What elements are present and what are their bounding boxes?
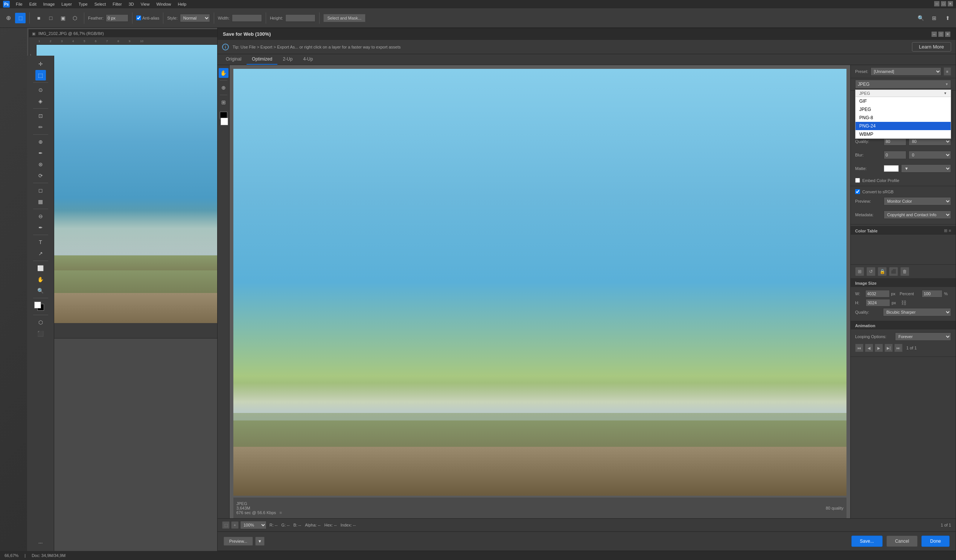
marquee-tool-btn[interactable]: ⬚ (15, 13, 25, 24)
lasso-tool[interactable]: ⊙ (35, 85, 46, 95)
path-select-tool[interactable]: ↗ (35, 248, 46, 259)
looping-select[interactable]: Forever (895, 333, 951, 341)
blur-input[interactable] (884, 151, 906, 159)
toolbar-icon-2[interactable]: □ (46, 13, 56, 24)
style-select[interactable]: Normal (180, 14, 210, 22)
menu-image[interactable]: Image (40, 1, 58, 7)
preset-select[interactable]: [Unnamed] (871, 67, 941, 75)
brush-tool[interactable]: ✒ (35, 148, 46, 158)
percent-input[interactable] (922, 290, 942, 298)
maximize-btn[interactable]: □ (941, 1, 946, 6)
background-color[interactable] (34, 302, 41, 308)
preview-panel-select[interactable]: Monitor Color (884, 197, 951, 205)
crop-tool[interactable]: ⊡ (35, 111, 46, 121)
sfw-preview-canvas[interactable]: JPEG 3,643M 676 sec @ 56.6 Kbps ≡ 80 qua… (230, 65, 850, 518)
shape-tool[interactable]: ⬜ (35, 263, 46, 273)
hand-tool[interactable]: ✋ (35, 274, 46, 285)
minimize-btn[interactable]: ─ (934, 1, 939, 6)
eyedropper-tool[interactable]: ✏ (35, 122, 46, 132)
done-btn[interactable]: Done (921, 536, 950, 547)
screen-mode-tool[interactable]: ⬛ (35, 328, 46, 339)
format-option-png8[interactable]: PNG-8 (855, 114, 951, 122)
format-option-wbmp[interactable]: WBMP (855, 130, 951, 138)
toolbar-icon-4[interactable]: ⬡ (70, 13, 80, 24)
panel-icon-3[interactable]: 🔒 (878, 267, 887, 276)
history-tool[interactable]: ⟳ (35, 170, 46, 181)
pen-tool[interactable]: ✒ (35, 222, 46, 233)
format-option-png24[interactable]: PNG-24 (855, 122, 951, 130)
panel-icon-1[interactable]: ⊞ (855, 267, 864, 276)
format-option-jpeg-top[interactable]: JPEG ▼ (855, 90, 951, 97)
anim-next-btn[interactable]: ▶| (884, 344, 893, 352)
menu-view[interactable]: View (138, 1, 153, 7)
tab-optimized[interactable]: Optimized (247, 54, 277, 65)
toolbar-icon-3[interactable]: ▣ (58, 13, 68, 24)
matte-color-swatch[interactable] (884, 165, 899, 172)
publish-icon[interactable]: ⬆ (942, 13, 953, 24)
sfw-bg-color[interactable] (220, 118, 228, 125)
tab-4up[interactable]: 4-Up (298, 54, 318, 65)
tab-original[interactable]: Original (220, 54, 247, 65)
format-option-gif[interactable]: GIF (855, 97, 951, 105)
move-tool[interactable]: ✛ (35, 59, 46, 69)
sfw-hand-tool[interactable]: ✋ (219, 68, 228, 78)
anim-last-btn[interactable]: ⏭ (894, 344, 903, 352)
width-panel-input[interactable] (865, 290, 890, 298)
cancel-btn[interactable]: Cancel (886, 536, 918, 547)
quality-panel-select[interactable]: Bicubic Sharper (883, 308, 951, 316)
preview-dropdown-btn[interactable]: ▼ (255, 536, 264, 546)
tab-2up[interactable]: 2-Up (277, 54, 298, 65)
arrange-icon[interactable]: ⊞ (929, 13, 939, 24)
format-option-jpeg[interactable]: JPEG (855, 105, 951, 114)
quick-mask-tool[interactable]: ⬡ (35, 317, 46, 328)
menu-help[interactable]: Help (175, 1, 190, 7)
metadata-select[interactable]: Copyright and Contact Info (884, 210, 951, 219)
toolbar-icon-1[interactable]: ■ (33, 13, 44, 24)
menu-type[interactable]: Type (75, 1, 91, 7)
convert-rgb-checkbox[interactable] (855, 189, 860, 194)
blur-select[interactable]: 0 (909, 151, 951, 159)
anim-prev-btn[interactable]: ◀ (865, 344, 873, 352)
menu-filter[interactable]: Filter (110, 1, 124, 7)
preset-menu-btn[interactable]: ≡ (943, 67, 951, 75)
panel-icon-2[interactable]: ↺ (866, 267, 876, 276)
panel-icon-4[interactable]: ⬛ (889, 267, 898, 276)
height-input[interactable] (285, 14, 315, 22)
menu-3d[interactable]: 3D (126, 1, 137, 7)
magic-wand-tool[interactable]: ◈ (35, 96, 46, 107)
preview-btn[interactable]: Preview... (223, 536, 253, 546)
close-btn[interactable]: ✕ (948, 1, 953, 6)
text-tool[interactable]: T (35, 237, 46, 248)
dodge-tool[interactable]: ⊖ (35, 211, 46, 221)
menu-select[interactable]: Select (91, 1, 109, 7)
format-dropdown-trigger[interactable]: JPEG ▼ (855, 80, 951, 89)
more-tools[interactable]: ··· (35, 537, 46, 548)
zoom-tool-left[interactable]: 🔍 (35, 285, 46, 296)
move-tool-btn[interactable]: ⊕ (3, 13, 14, 24)
matte-select[interactable]: ▼ (901, 164, 951, 173)
sfw-close-btn[interactable]: ✕ (945, 31, 950, 37)
save-btn[interactable]: Save... (851, 536, 883, 547)
menu-file[interactable]: File (13, 1, 25, 7)
preview-info-icon[interactable]: ≡ (279, 510, 281, 515)
anti-alias-checkbox[interactable] (136, 16, 141, 20)
color-table-icon-2[interactable]: ≡ (949, 228, 951, 233)
zoom-zoom-icon[interactable]: ⬚ (222, 521, 230, 529)
gradient-tool[interactable]: ▦ (35, 196, 46, 207)
color-table-icon-1[interactable]: ⊞ (944, 228, 947, 233)
sfw-minimize-btn[interactable]: ─ (932, 31, 937, 37)
select-mask-btn[interactable]: Select and Mask... (323, 14, 366, 22)
sfw-zoom-tool[interactable]: ⊕ (219, 83, 228, 93)
menu-layer[interactable]: Layer (58, 1, 75, 7)
learn-more-btn[interactable]: Learn More (912, 42, 951, 52)
width-input[interactable] (232, 14, 262, 22)
clone-tool[interactable]: ⊛ (35, 159, 46, 169)
anim-play-btn[interactable]: ▶ (875, 344, 883, 352)
eraser-tool[interactable]: ◻ (35, 185, 46, 196)
select-tool[interactable]: ⬚ (35, 70, 46, 80)
search-icon[interactable]: 🔍 (915, 13, 926, 24)
menu-window[interactable]: Window (153, 1, 174, 7)
heal-tool[interactable]: ⊕ (35, 136, 46, 147)
sfw-maximize-btn[interactable]: □ (938, 31, 943, 37)
panel-icon-5[interactable]: 🗑 (900, 267, 909, 276)
